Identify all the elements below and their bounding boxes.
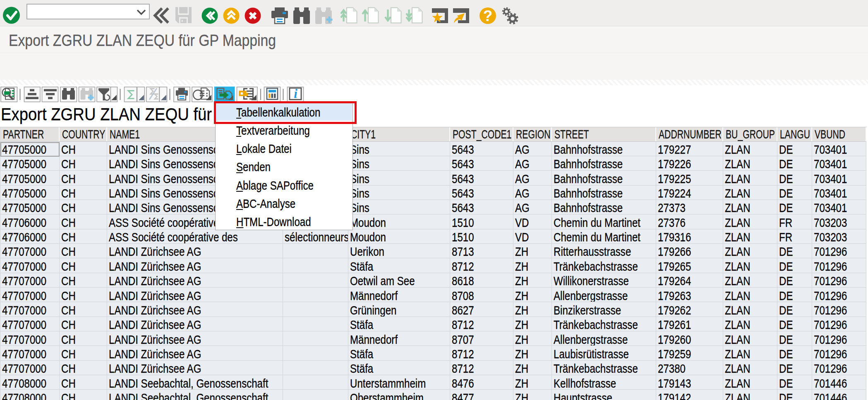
svg-text:?: ?: [483, 7, 493, 24]
svg-text:i: i: [294, 86, 297, 101]
